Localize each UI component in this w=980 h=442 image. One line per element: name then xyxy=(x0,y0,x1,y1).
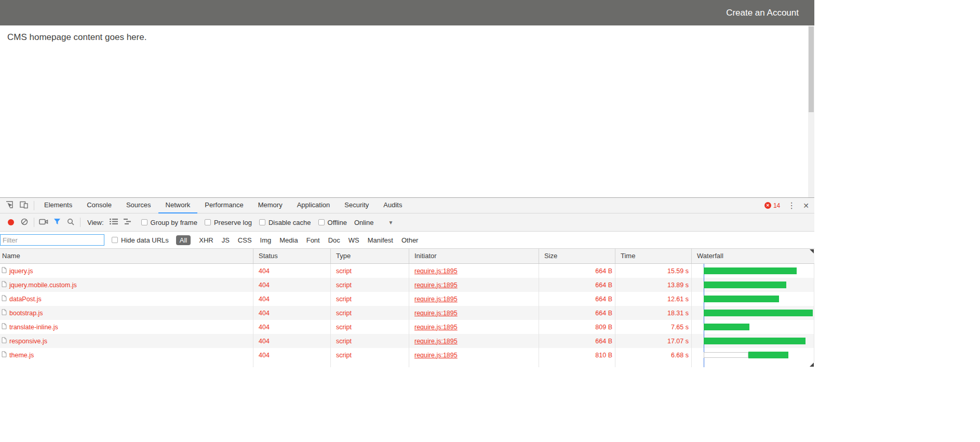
tab-sources[interactable]: Sources xyxy=(119,198,158,213)
request-name[interactable]: dataPost.js xyxy=(9,296,42,303)
type-filter-xhr[interactable]: XHR xyxy=(199,236,213,244)
type-filter-manifest[interactable]: Manifest xyxy=(368,236,393,244)
waterfall-cell[interactable] xyxy=(692,334,814,348)
type-filter-media[interactable]: Media xyxy=(279,236,298,244)
checkbox-icon xyxy=(259,219,265,225)
show-overview-toggle[interactable] xyxy=(120,216,134,229)
offline-checkbox[interactable]: Offline xyxy=(318,219,347,226)
page-scrollbar[interactable] xyxy=(808,25,814,197)
filter-toggle-button[interactable] xyxy=(50,216,64,229)
devtools-menu-button[interactable]: ⋮ xyxy=(787,200,796,210)
throttling-select[interactable]: Online ▼ xyxy=(354,219,393,226)
initiator-link[interactable]: require.js:1895 xyxy=(414,352,458,359)
error-icon: ✕ xyxy=(764,202,771,209)
site-header: Create an Account xyxy=(0,0,814,25)
devtools-close-button[interactable]: ✕ xyxy=(803,202,809,210)
request-name[interactable]: bootstrap.js xyxy=(9,310,43,317)
type-filter-all[interactable]: All xyxy=(176,235,191,245)
waterfall-cell[interactable] xyxy=(692,264,814,278)
devtools-tabbar: Elements Console Sources Network Perform… xyxy=(0,198,814,213)
filter-input[interactable] xyxy=(0,234,104,246)
network-request-row[interactable]: theme.js 404 script require.js:1895 810 … xyxy=(0,348,814,362)
column-header-time[interactable]: Time xyxy=(615,249,692,263)
list-view-icon xyxy=(110,218,118,226)
waterfall-cell[interactable] xyxy=(692,320,814,334)
waterfall-bar xyxy=(704,282,786,288)
column-header-name[interactable]: Name xyxy=(0,249,253,263)
error-badge[interactable]: ✕ 14 xyxy=(764,202,780,209)
request-type: script xyxy=(331,348,409,362)
type-filter-font[interactable]: Font xyxy=(306,236,320,244)
initiator-link[interactable]: require.js:1895 xyxy=(414,282,458,289)
create-account-link[interactable]: Create an Account xyxy=(726,8,799,18)
tab-memory[interactable]: Memory xyxy=(251,198,290,213)
hide-data-urls-label: Hide data URLs xyxy=(121,236,169,244)
tab-network[interactable]: Network xyxy=(158,198,198,213)
waterfall-cell[interactable] xyxy=(692,292,814,306)
large-request-rows-toggle[interactable] xyxy=(107,216,120,229)
waterfall-cell[interactable] xyxy=(692,348,814,362)
hide-data-urls-checkbox[interactable]: Hide data URLs xyxy=(112,236,169,244)
capture-screenshots-button[interactable] xyxy=(37,216,50,229)
request-size: 664 B xyxy=(539,278,615,292)
group-by-frame-checkbox[interactable]: Group by frame xyxy=(141,219,197,226)
tab-elements[interactable]: Elements xyxy=(37,198,79,213)
column-header-type[interactable]: Type xyxy=(331,249,409,263)
waterfall-waiting-bar xyxy=(704,352,748,358)
type-filter-ws[interactable]: WS xyxy=(348,236,359,244)
network-request-row[interactable]: jquery.mobile.custom.js 404 script requi… xyxy=(0,278,814,292)
tab-console[interactable]: Console xyxy=(79,198,119,213)
request-name[interactable]: jquery.mobile.custom.js xyxy=(9,282,77,289)
tab-application[interactable]: Application xyxy=(290,198,338,213)
column-header-size[interactable]: Size xyxy=(539,249,615,263)
type-filter-js[interactable]: JS xyxy=(222,236,230,244)
waterfall-bar xyxy=(704,296,779,302)
waterfall-cell[interactable] xyxy=(692,306,814,320)
search-icon xyxy=(67,218,74,227)
tab-performance[interactable]: Performance xyxy=(197,198,250,213)
search-button[interactable] xyxy=(64,216,77,229)
tab-audits[interactable]: Audits xyxy=(376,198,409,213)
type-filter-img[interactable]: Img xyxy=(260,236,272,244)
initiator-link[interactable]: require.js:1895 xyxy=(414,324,458,331)
page-content: CMS homepage content goes here. xyxy=(0,25,814,197)
request-type: script xyxy=(331,278,409,292)
scrollbar-thumb[interactable] xyxy=(809,26,814,112)
initiator-link[interactable]: require.js:1895 xyxy=(414,296,458,303)
table-header-row: Name Status Type Initiator Size Time Wat… xyxy=(0,249,814,264)
column-header-initiator[interactable]: Initiator xyxy=(409,249,539,263)
network-request-row[interactable]: translate-inline.js 404 script require.j… xyxy=(0,320,814,334)
request-size: 664 B xyxy=(539,264,615,278)
waterfall-cell[interactable] xyxy=(692,278,814,292)
initiator-link[interactable]: require.js:1895 xyxy=(414,267,458,275)
inspect-element-button[interactable] xyxy=(2,198,17,213)
request-name[interactable]: translate-inline.js xyxy=(9,324,58,331)
network-request-row[interactable]: bootstrap.js 404 script require.js:1895 … xyxy=(0,306,814,320)
network-request-row[interactable]: responsive.js 404 script require.js:1895… xyxy=(0,334,814,348)
request-name[interactable]: responsive.js xyxy=(9,338,47,345)
toolbar-separator xyxy=(34,218,34,227)
record-button[interactable] xyxy=(4,216,18,229)
waterfall-bar xyxy=(704,267,797,274)
type-filter-css[interactable]: CSS xyxy=(238,236,252,244)
initiator-link[interactable]: require.js:1895 xyxy=(414,310,458,317)
clear-button[interactable] xyxy=(18,216,31,229)
disable-cache-checkbox[interactable]: Disable cache xyxy=(259,219,311,226)
column-header-status[interactable]: Status xyxy=(253,249,331,263)
camera-icon xyxy=(39,218,48,227)
type-filter-other[interactable]: Other xyxy=(401,236,419,244)
clear-icon xyxy=(21,218,28,227)
column-header-waterfall[interactable]: Waterfall xyxy=(692,249,814,263)
request-status: 404 xyxy=(253,348,331,362)
request-name[interactable]: jquery.js xyxy=(9,267,33,275)
tab-security[interactable]: Security xyxy=(337,198,376,213)
device-toolbar-button[interactable] xyxy=(17,198,31,213)
type-filter-doc[interactable]: Doc xyxy=(328,236,340,244)
request-name[interactable]: theme.js xyxy=(9,352,34,359)
network-request-row[interactable]: dataPost.js 404 script require.js:1895 6… xyxy=(0,292,814,306)
initiator-link[interactable]: require.js:1895 xyxy=(414,338,458,345)
preserve-log-checkbox[interactable]: Preserve log xyxy=(205,219,252,226)
network-request-row[interactable]: jquery.js 404 script require.js:1895 664… xyxy=(0,264,814,278)
checkbox-icon xyxy=(112,237,118,243)
disable-cache-label: Disable cache xyxy=(269,219,311,226)
